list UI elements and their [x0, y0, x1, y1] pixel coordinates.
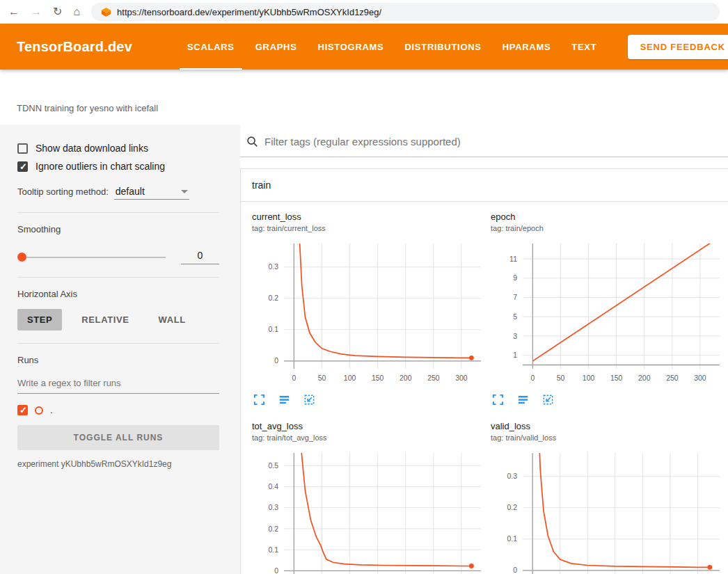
chart-title: tot_avg_loss: [252, 421, 491, 431]
svg-text:9: 9: [513, 273, 517, 282]
settings-sidebar: Show data download links Ignore outliers…: [0, 125, 240, 574]
svg-text:200: 200: [638, 374, 651, 382]
fit-domain-icon[interactable]: [303, 394, 315, 406]
svg-text:0.1: 0.1: [268, 545, 278, 554]
svg-text:0.3: 0.3: [268, 503, 278, 511]
runs-label: Runs: [17, 355, 219, 365]
back-icon[interactable]: ←: [8, 6, 19, 17]
main-nav: SCALARSGRAPHSHISTOGRAMSDISTRIBUTIONSHPAR…: [177, 24, 607, 70]
show-download-links-checkbox[interactable]: Show data download links: [17, 143, 219, 154]
svg-text:3: 3: [513, 332, 517, 340]
send-feedback-button[interactable]: SEND FEEDBACK: [628, 35, 728, 59]
section-header-train[interactable]: train: [241, 169, 728, 202]
svg-text:100: 100: [583, 374, 595, 382]
svg-text:250: 250: [427, 374, 440, 382]
chart-title: current_loss: [252, 212, 491, 222]
svg-text:0: 0: [274, 356, 278, 365]
svg-text:150: 150: [610, 374, 623, 382]
chart-tag: tag: train/valid_loss: [491, 433, 728, 442]
tab-hparams[interactable]: HPARAMS: [492, 24, 562, 70]
svg-text:0.2: 0.2: [268, 294, 278, 302]
chart-tag: tag: train/tot_avg_loss: [252, 433, 491, 442]
smoothing-slider-track[interactable]: [26, 257, 166, 258]
svg-text:0.1: 0.1: [507, 534, 517, 543]
run-checkbox[interactable]: [17, 405, 28, 415]
chevron-down-icon: [181, 190, 188, 193]
horizontal-axis-buttons: STEPRELATIVEWALL: [17, 309, 219, 330]
expand-icon[interactable]: [492, 394, 504, 406]
checkbox-label: Ignore outliers in chart scaling: [35, 161, 165, 172]
axis-button-wall[interactable]: WALL: [148, 309, 195, 330]
brand-logo[interactable]: TensorBoard.dev: [17, 39, 132, 55]
chart-card-current_loss: current_losstag: train/current_loss00.10…: [252, 212, 491, 406]
svg-text:0.3: 0.3: [268, 262, 278, 271]
axis-button-step[interactable]: STEP: [17, 309, 62, 330]
site-favicon: [101, 7, 111, 17]
app-header: TensorBoard.dev SCALARSGRAPHSHISTOGRAMSD…: [0, 24, 728, 70]
tab-scalars[interactable]: SCALARS: [177, 24, 245, 70]
chart-plot[interactable]: 00.10.20.3050100150200250300: [252, 239, 485, 387]
expand-icon[interactable]: [253, 394, 265, 406]
tag-filter-input[interactable]: [264, 136, 728, 148]
tab-text[interactable]: TEXT: [561, 24, 607, 70]
svg-text:7: 7: [513, 293, 517, 301]
svg-text:0: 0: [513, 566, 517, 574]
svg-text:0.4: 0.4: [268, 482, 278, 491]
chart-card-valid_loss: valid_losstag: train/valid_loss00.10.20.…: [491, 421, 728, 574]
axis-button-relative[interactable]: RELATIVE: [72, 309, 139, 330]
svg-text:200: 200: [399, 374, 412, 382]
run-row[interactable]: .: [17, 405, 219, 415]
svg-text:100: 100: [344, 374, 356, 382]
home-icon[interactable]: ⌂: [73, 6, 80, 17]
fit-domain-icon[interactable]: [542, 394, 554, 406]
svg-text:300: 300: [694, 374, 706, 382]
charts-grid: current_losstag: train/current_loss00.10…: [241, 202, 728, 574]
chart-title: epoch: [491, 212, 728, 222]
experiment-title-bar: TDNN training for yesno with icefall: [0, 70, 728, 125]
chart-plot[interactable]: 00.10.20.30.40.5050100150200250300: [252, 449, 485, 574]
train-section-card: train current_losstag: train/current_los…: [240, 168, 728, 574]
data-table-icon[interactable]: [517, 394, 529, 406]
address-bar[interactable]: https://tensorboard.dev/experiment/yKUbh…: [91, 3, 720, 21]
chart-toolbar: [491, 394, 728, 406]
tag-filter-row: [240, 133, 728, 157]
chart-tag: tag: train/current_loss: [252, 224, 491, 232]
svg-text:50: 50: [318, 374, 326, 382]
svg-text:50: 50: [557, 374, 565, 382]
chart-toolbar: [252, 394, 491, 406]
chart-card-tot_avg_loss: tot_avg_losstag: train/tot_avg_loss00.10…: [252, 421, 491, 574]
svg-text:0.1: 0.1: [268, 325, 278, 333]
horizontal-axis-label: Horizontal Axis: [17, 289, 219, 299]
chart-plot[interactable]: 00.10.20.350100150200250300: [491, 449, 724, 574]
data-table-icon[interactable]: [278, 394, 290, 406]
svg-text:300: 300: [455, 374, 468, 382]
checkbox-icon: [17, 161, 28, 172]
forward-icon[interactable]: →: [31, 6, 42, 17]
smoothing-slider-thumb[interactable]: [17, 253, 26, 262]
checkbox-label: Show data download links: [35, 143, 148, 154]
chart-tag: tag: train/epoch: [491, 224, 728, 232]
tooltip-sorting-dropdown[interactable]: default: [114, 184, 189, 200]
tab-distributions[interactable]: DISTRIBUTIONS: [394, 24, 491, 70]
chart-plot[interactable]: 1357911050100150200250300: [491, 239, 724, 387]
tab-graphs[interactable]: GRAPHS: [245, 24, 308, 70]
run-color-swatch: [35, 406, 43, 415]
svg-text:0.5: 0.5: [268, 461, 278, 470]
search-icon: [246, 136, 258, 148]
divider: [17, 277, 219, 278]
browser-toolbar: ← → ↻ ⌂ https://tensorboard.dev/experime…: [0, 0, 728, 24]
svg-text:0.3: 0.3: [507, 472, 517, 480]
ignore-outliers-checkbox[interactable]: Ignore outliers in chart scaling: [17, 161, 219, 172]
toggle-all-runs-button[interactable]: TOGGLE ALL RUNS: [17, 425, 219, 450]
svg-text:150: 150: [372, 374, 384, 382]
dropdown-value: default: [116, 186, 145, 197]
svg-text:0: 0: [292, 374, 296, 382]
divider: [17, 343, 219, 344]
scalars-dashboard: train current_losstag: train/current_los…: [240, 125, 728, 574]
tab-histograms[interactable]: HISTOGRAMS: [308, 24, 395, 70]
svg-text:0: 0: [274, 566, 278, 574]
smoothing-value-input[interactable]: 0: [181, 250, 219, 264]
runs-filter-input[interactable]: [17, 374, 219, 394]
svg-text:0.2: 0.2: [268, 525, 278, 533]
reload-icon[interactable]: ↻: [53, 6, 62, 17]
